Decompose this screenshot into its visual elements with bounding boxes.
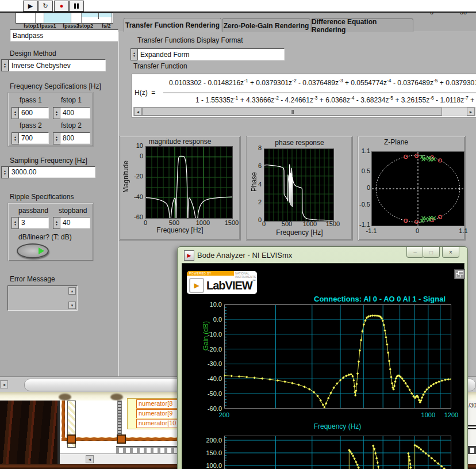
magnitude-graph <box>145 146 233 219</box>
tick-label: 8 <box>251 144 262 151</box>
stopband-region <box>81 13 112 17</box>
design-method-field[interactable]: Inverse Chebyshev <box>9 59 106 71</box>
gain-tick-label: -10.0 <box>199 331 222 338</box>
stopband-field[interactable]: 40 <box>60 217 90 228</box>
maximize-button[interactable]: □ <box>423 247 440 258</box>
phase-tick-label: 100.0 <box>199 462 222 469</box>
window-stack-icon[interactable] <box>454 269 465 279</box>
tick-label: 500 <box>278 220 295 227</box>
magnitude-response-panel: magnitude response Magnitude Frequency [… <box>119 136 241 241</box>
tick-label: 0 <box>255 220 272 227</box>
labview-logo: POWERED BY NATIONAL INSTRUMENTS ▶ LabVIE… <box>187 271 257 294</box>
gain-tick-label: -30.0 <box>199 360 222 367</box>
tick-label: 0 <box>358 184 370 191</box>
tick-label: -40 <box>121 193 143 200</box>
band-labels: fstop1 fpass1 fpass2 fstop2 fs/2 <box>16 23 114 29</box>
transfer-function-display: H(z) = 0.0103302 - 0.0148216z-1 + 0.0379… <box>132 74 476 118</box>
ripple-title: Ripple Specifications <box>10 193 74 201</box>
scrollbar-thumb[interactable] <box>142 108 442 116</box>
gain-tick-label: -40.0 <box>199 375 222 382</box>
tick-label: 1.1 <box>455 227 472 234</box>
fpass1-field[interactable]: 600 <box>18 107 49 119</box>
tick-label: -0.5 <box>358 201 370 208</box>
tab-zero-pole-gain[interactable]: Zero-Pole-Gain Rendering <box>222 18 310 32</box>
error-label: Error Message <box>10 275 55 283</box>
toolbar: ▶ ↻ ● <box>0 0 476 13</box>
db-linear-label: dB/linear? (T: dB) <box>18 233 72 241</box>
tick-label: 1500 <box>324 220 341 227</box>
wire-junction <box>117 434 126 444</box>
fstop1-field[interactable]: 400 <box>60 107 90 119</box>
filter-band-diagram <box>16 13 113 24</box>
tick-label: 4 <box>251 181 262 188</box>
error-scroll-up-icon[interactable]: ▲ <box>68 287 76 295</box>
freq-specs-group: fpass 1 fstop 1 ▲▼ 600 ▲▼ 400 fpass 2 fs… <box>7 92 94 147</box>
bode-analyzer-window[interactable]: ▶ Bode Analyzer - NI ELVISmx – □ × POWER… <box>177 246 468 469</box>
app-icon: ▶ <box>184 250 194 261</box>
diagram-scroll-left-icon[interactable]: ◄ <box>86 455 94 463</box>
z-plane-panel: Z-Plane 1.10.50-0.5-1.1-1.101.1 <box>358 136 466 241</box>
wire-junction <box>67 434 76 444</box>
error-scroll-down-icon[interactable]: ▼ <box>68 302 76 309</box>
window-title: Bode Analyzer - NI ELVISmx <box>197 251 292 260</box>
fp-scroll-left-icon[interactable]: ◄ <box>0 380 8 388</box>
tick-label: 0 <box>409 227 426 234</box>
fpass2-field[interactable]: 700 <box>18 132 49 144</box>
connections-status: Connections: AI 0 - AO 0 AI 1 - Signal <box>314 295 446 303</box>
scroll-right-icon[interactable]: ► <box>467 108 475 116</box>
sampling-label: Sampling Frequency [Hz] <box>10 157 87 165</box>
toggle-indicator-icon <box>39 247 44 254</box>
tick-label: 1500 <box>223 219 240 226</box>
close-button[interactable]: × <box>442 247 459 258</box>
tab-difference-equation[interactable]: Difference Equation Rendering <box>311 18 413 32</box>
ripple-group: passband stopband ▲▼ 3 ▲▼ 40 dB/linear? … <box>7 203 94 261</box>
display-format-label: Transfer Functions Display Format <box>137 36 243 44</box>
minimize-button[interactable]: – <box>406 247 424 258</box>
equation-numerator: 0.0103302 - 0.0148216z-1 + 0.0379301z-2 … <box>163 78 476 93</box>
sampling-spinner[interactable]: ▲▼ <box>1 166 9 178</box>
gain-tick-label: 10.0 <box>199 301 222 308</box>
tab-transfer-function[interactable]: Transfer Function Rendering <box>124 18 221 32</box>
background-window-fragment: /30 <box>467 401 476 464</box>
filter-type-field[interactable]: Bandpass <box>10 29 118 41</box>
cluster-wire-vertical <box>62 401 65 439</box>
phase-title: phase response <box>247 139 352 147</box>
equation-scrollbar[interactable]: ◄ ► <box>133 107 475 116</box>
design-method-label: Design Method <box>10 49 56 58</box>
freq-tick-label: 1000 <box>417 411 440 418</box>
run-icon[interactable]: ▶ <box>23 1 38 12</box>
clipped-scale: 0 50 <box>425 12 476 17</box>
tick-label: -1.1 <box>363 227 380 234</box>
phase-graph <box>264 148 334 222</box>
freq-specs-title: Frequency Sepcifications [Hz] <box>10 82 101 90</box>
tick-label: -20 <box>121 173 143 180</box>
tick-label: 1000 <box>301 220 318 227</box>
scroll-left-icon[interactable]: ◄ <box>134 108 142 116</box>
tick-label: 10 <box>121 142 143 149</box>
gain-tick-label: 0.0 <box>199 316 222 323</box>
bode-client-area: POWERED BY NATIONAL INSTRUMENTS ▶ LabVIE… <box>182 263 465 469</box>
fstop2-field[interactable]: 800 <box>60 132 90 144</box>
design-method-spinner[interactable]: ▲▼ <box>1 59 9 71</box>
sampling-field[interactable]: 3000.00 <box>9 166 95 178</box>
tick-label: 0 <box>121 152 143 159</box>
transfer-function-label: Transfer Function <box>133 62 187 70</box>
bode-phase-graph <box>224 436 451 469</box>
array-wire <box>117 401 122 437</box>
tick-label: 2 <box>251 199 262 205</box>
db-linear-toggle[interactable] <box>17 243 49 258</box>
tick-label: 6 <box>251 162 262 169</box>
desktop-background <box>0 401 57 469</box>
pause-icon[interactable] <box>69 1 84 12</box>
diagram-array-label: numerator[10 <box>136 419 182 428</box>
tick-label: 0 <box>137 219 154 226</box>
phase-tick-label: 150.0 <box>199 449 222 456</box>
frequency-axis-label: Frequency (Hz) <box>291 422 383 430</box>
gain-tick-label: -50.0 <box>199 390 222 397</box>
passband-field[interactable]: 3 <box>18 217 49 228</box>
run-continuous-icon[interactable]: ↻ <box>38 1 53 12</box>
stop-icon[interactable]: ● <box>54 1 69 12</box>
display-format-field[interactable]: Expanded Form <box>137 48 285 60</box>
phase-xlabel: Frequency [Hz] <box>247 228 352 237</box>
tick-label: 1000 <box>194 219 212 226</box>
